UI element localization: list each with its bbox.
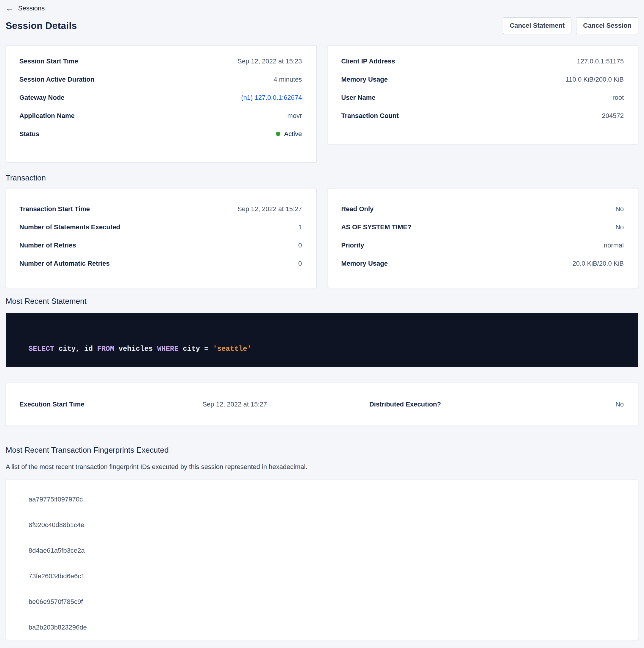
detail-value: movr [288, 112, 302, 120]
detail-row: Read Only No [341, 200, 624, 218]
detail-row: Number of Statements Executed 1 [19, 218, 302, 236]
session-overview-card-right: Client IP Address 127.0.0.1:51175 Memory… [328, 45, 639, 145]
detail-label: Memory Usage [341, 260, 388, 267]
fingerprints-section-description: A list of the most recent transaction fi… [6, 463, 638, 471]
cancel-statement-button[interactable]: Cancel Statement [503, 17, 572, 34]
detail-label: AS OF SYSTEM TIME? [341, 223, 412, 231]
detail-label: Number of Retries [19, 241, 76, 249]
session-overview-cards: Session Start Time Sep 12, 2022 at 15:23… [6, 45, 638, 163]
detail-row: Client IP Address 127.0.0.1:51175 [341, 52, 624, 70]
detail-label: Priority [341, 241, 364, 249]
fingerprints-section-heading: Most Recent Transaction Fingerprints Exe… [6, 445, 638, 455]
detail-value: No [616, 223, 624, 231]
session-overview-card-left: Session Start Time Sep 12, 2022 at 15:23… [6, 45, 317, 163]
back-to-sessions-link[interactable]: ← Sessions [6, 3, 638, 14]
detail-row: Number of Retries 0 [19, 236, 302, 254]
detail-value: 0 [298, 260, 302, 267]
detail-row: Memory Usage 110.0 KiB/200.0 KiB [341, 70, 624, 89]
fingerprints-card: aa79775ff097970c 8f920c40d88b1c4e 8d4ae6… [6, 480, 638, 640]
fingerprint-id: 8d4ae61a5fb3ce2a [28, 538, 624, 563]
execution-start-time-label: Execution Start Time [19, 400, 202, 408]
fingerprint-id: 8f920c40d88b1c4e [28, 512, 624, 538]
distributed-execution-label: Distributed Execution? [369, 400, 526, 408]
detail-value[interactable]: (n1) 127.0.0.1:62674 [241, 94, 302, 102]
sql-token: FROM [97, 345, 114, 353]
header-actions: Cancel Statement Cancel Session [503, 17, 638, 34]
detail-label: User Name [341, 94, 375, 102]
detail-label: Application Name [19, 112, 75, 120]
sql-token: city, id [54, 345, 97, 353]
cancel-session-button[interactable]: Cancel Session [576, 17, 638, 34]
transaction-card-right: Read Only No AS OF SYSTEM TIME? No Prior… [328, 188, 639, 288]
detail-label: Read Only [341, 205, 374, 213]
execution-start-time-value: Sep 12, 2022 at 15:27 [202, 400, 369, 408]
detail-row: Status Active [19, 125, 302, 143]
detail-label: Transaction Start Time [19, 205, 90, 213]
back-arrow-icon: ← [6, 4, 13, 12]
sql-token: SELECT [28, 345, 54, 353]
detail-row: Application Name movr [19, 107, 302, 125]
detail-value: 110.0 KiB/200.0 KiB [566, 76, 624, 84]
detail-label: Session Active Duration [19, 76, 94, 84]
transaction-section-heading: Transaction [6, 172, 638, 183]
detail-label: Gateway Node [19, 94, 65, 102]
detail-value: normal [604, 241, 624, 249]
session-details-page: ← Sessions Session Details Cancel Statem… [0, 0, 644, 648]
fingerprint-id: 73fe26034bd6e6c1 [28, 563, 624, 589]
detail-label: Memory Usage [341, 76, 388, 84]
detail-label: Status [19, 130, 39, 138]
sql-token: vehicles [114, 345, 157, 353]
detail-value: 127.0.0.1:51175 [577, 57, 624, 65]
most-recent-statement-heading: Most Recent Statement [6, 296, 638, 307]
detail-label: Number of Statements Executed [19, 223, 120, 231]
detail-label: Transaction Count [341, 112, 399, 120]
detail-value: Sep 12, 2022 at 15:23 [237, 57, 302, 65]
detail-value: root [612, 94, 624, 102]
detail-row: Session Active Duration 4 minutes [19, 70, 302, 89]
detail-value: Active [276, 130, 302, 138]
detail-row: Priority normal [341, 236, 624, 254]
detail-row: Memory Usage 20.0 KiB/20.0 KiB [341, 254, 624, 272]
detail-value: Sep 12, 2022 at 15:27 [237, 205, 302, 213]
detail-value: 20.0 KiB/20.0 KiB [573, 260, 624, 267]
detail-value: 4 minutes [274, 76, 302, 84]
fingerprint-id: be06e9570f785c9f [28, 589, 624, 615]
fingerprint-id: ba2b203b823296de [28, 615, 624, 640]
detail-value: 1 [298, 223, 302, 231]
detail-label: Session Start Time [19, 57, 78, 65]
detail-value: 0 [298, 241, 302, 249]
transaction-cards: Transaction Start Time Sep 12, 2022 at 1… [6, 188, 638, 288]
detail-row: AS OF SYSTEM TIME? No [341, 218, 624, 236]
detail-label: Number of Automatic Retries [19, 260, 110, 267]
back-link-label: Sessions [18, 4, 45, 12]
page-header: Session Details Cancel Statement Cancel … [6, 16, 638, 35]
detail-row: Gateway Node (n1) 127.0.0.1:62674 [19, 89, 302, 107]
page-title: Session Details [6, 20, 77, 31]
detail-value: 204572 [602, 112, 624, 120]
sql-token: 'seattle' [213, 345, 251, 353]
detail-row: Session Start Time Sep 12, 2022 at 15:23 [19, 52, 302, 70]
detail-row: User Name root [341, 89, 624, 107]
detail-row: Number of Automatic Retries 0 [19, 254, 302, 272]
distributed-execution-value: No [526, 400, 624, 408]
sql-token: city = [179, 345, 213, 353]
transaction-card-left: Transaction Start Time Sep 12, 2022 at 1… [6, 188, 317, 288]
detail-row: Transaction Start Time Sep 12, 2022 at 1… [19, 200, 302, 218]
sql-statement-box: SELECT city, id FROM vehicles WHERE city… [6, 313, 638, 367]
execution-details-card: Execution Start Time Sep 12, 2022 at 15:… [6, 383, 638, 426]
sql-token: WHERE [157, 345, 179, 353]
detail-value: No [616, 205, 624, 213]
fingerprint-id: aa79775ff097970c [28, 487, 624, 512]
detail-row: Transaction Count 204572 [341, 107, 624, 125]
detail-label: Client IP Address [341, 57, 395, 65]
